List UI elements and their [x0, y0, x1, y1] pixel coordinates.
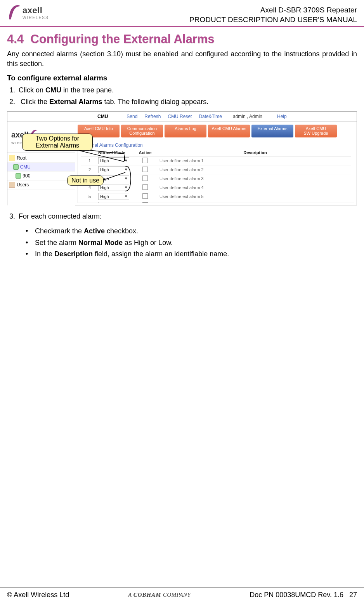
tree-900[interactable]: 900 [7, 172, 75, 181]
doc-title-line2: PRODUCT DESCRIPTION AND USER'S MANUAL [189, 15, 357, 25]
alarm-index: 6 [81, 203, 98, 203]
page-header: axell WIRELESS Axell D-SBR 3709S Repeate… [0, 0, 364, 27]
step-3: For each connected alarm: [17, 211, 357, 222]
ui-topbar: CMU Send Refresh CMU Reset Date&Time adm… [7, 112, 357, 122]
alarm-active-cell [133, 167, 157, 173]
panel-title: External Alarms Configuration [81, 142, 351, 148]
mode-select[interactable]: High▾ [98, 184, 129, 191]
step-list-cont: For each connected alarm: [7, 211, 357, 222]
topbar-send[interactable]: Send [127, 114, 137, 119]
topbar-help[interactable]: Help [277, 114, 287, 119]
doc-title-block: Axell D-SBR 3709S Repeater PRODUCT DESCR… [189, 5, 357, 24]
alarm-row: 3High▾User define ext alarm 3 [81, 174, 351, 183]
tree-root[interactable]: Root [7, 154, 75, 163]
embedded-ui-screenshot: CMU Send Refresh CMU Reset Date&Time adm… [7, 111, 357, 205]
alarm-description: User define ext alarm 1 [157, 158, 351, 163]
chevron-down-icon: ▾ [125, 176, 127, 181]
mode-select[interactable]: High▾ [98, 157, 129, 164]
intro-paragraph: Any connected alarms (section 3.10) must… [7, 49, 357, 68]
active-checkbox[interactable] [142, 184, 148, 190]
bullet-normal-mode: Set the alarm Normal Mode as High or Low… [31, 237, 357, 249]
alarm-mode-cell: High▾ [98, 193, 133, 200]
topbar-reset[interactable]: CMU Reset [168, 114, 192, 119]
alarm-description: User define ext alarm 6 [157, 203, 351, 203]
active-checkbox[interactable] [142, 175, 148, 181]
topbar-admin: admin , Admin [233, 114, 262, 119]
col-description: Description [157, 150, 351, 155]
logo: axell WIRELESS [7, 4, 49, 21]
topbar-datetime[interactable]: Date&Time [199, 114, 222, 119]
active-checkbox[interactable] [142, 167, 148, 172]
bullet-description: In the Description field, assign the ala… [31, 248, 357, 260]
bullet-active: Checkmark the Active checkbox. [31, 226, 357, 237]
tree-cmu[interactable]: CMU [7, 163, 75, 172]
alarm-row: 4High▾User define ext alarm 4 [81, 183, 351, 192]
tree-users[interactable]: Users [7, 181, 75, 189]
callout-two-options: Two Options for External Alarms [22, 134, 93, 151]
alarm-table-header: Normal Mode Active Description [81, 150, 351, 156]
page-number: 27 [349, 591, 357, 599]
bullet-list: Checkmark the Active checkbox. Set the a… [21, 226, 357, 260]
node-icon [16, 173, 21, 179]
callout-not-in-use: Not in use [67, 175, 104, 186]
alarm-index: 4 [81, 185, 98, 190]
footer-doc-info: Doc PN 00038UMCD Rev. 1.6 27 [250, 591, 357, 599]
chevron-down-icon: ▾ [125, 167, 127, 172]
footer-copyright: © Axell Wireless Ltd [7, 591, 69, 599]
ui-main: Axell-CMU Info CommunicationConfiguratio… [75, 122, 357, 205]
active-checkbox[interactable] [142, 158, 148, 163]
tab-sw-upgrade[interactable]: Axell-CMUSW Upgrade [295, 125, 337, 137]
footer-company: A COBHAM COMPANY [128, 592, 191, 598]
alarm-active-cell [133, 202, 157, 203]
alarm-mode-cell: High▾ [98, 157, 133, 164]
active-checkbox[interactable] [142, 202, 148, 203]
topbar-refresh[interactable]: Refresh [144, 114, 161, 119]
tab-external-alarms[interactable]: External Alarms [251, 125, 293, 137]
mode-select[interactable]: High▾ [98, 166, 129, 173]
chevron-down-icon: ▾ [125, 185, 127, 190]
cmu-term: CMU [45, 86, 61, 94]
alarm-row: 5High▾User define ext alarm 5 [81, 192, 351, 201]
alarm-active-cell [133, 175, 157, 182]
section-number: 4.4 [7, 32, 24, 46]
alarm-row: 1High▾User define ext alarm 1 [81, 156, 351, 165]
mode-select[interactable]: High▾ [98, 202, 129, 203]
active-checkbox[interactable] [142, 193, 148, 199]
alarm-rows: 1High▾User define ext alarm 12High▾User … [81, 156, 351, 203]
topbar-cmu: CMU [97, 114, 108, 119]
tab-comm-config[interactable]: CommunicationConfiguration [121, 125, 163, 137]
chevron-down-icon: ▾ [125, 158, 127, 163]
chevron-down-icon: ▾ [125, 194, 127, 199]
mode-select[interactable]: High▾ [98, 193, 129, 200]
section-title: 4.4 Configuring the External Alarms [7, 32, 357, 46]
page-content: 4.4 Configuring the External Alarms Any … [0, 27, 364, 262]
alarm-mode-cell: High▾ [98, 184, 133, 191]
tab-cmu-alarms[interactable]: Axell-CMU Alarms [208, 125, 250, 137]
doc-title-line1: Axell D-SBR 3709S Repeater [189, 5, 357, 15]
col-normal-mode: Normal Mode [98, 150, 133, 155]
external-alarms-panel: External Alarms Configuration Normal Mod… [78, 140, 354, 203]
tab-row: Axell-CMU Info CommunicationConfiguratio… [75, 122, 357, 137]
logo-swirl-icon [7, 4, 22, 21]
step-list: Click on CMU in the tree pane. Click the… [7, 85, 357, 108]
alarm-index: 1 [81, 158, 98, 163]
step-2: Click the External Alarms tab. The follo… [17, 96, 357, 108]
alarm-active-cell [133, 184, 157, 191]
alarm-description: User define ext alarm 3 [157, 176, 351, 181]
alarm-mode-cell: High▾ [98, 202, 133, 203]
alarm-mode-cell: High▾ [98, 166, 133, 173]
alarm-row: 6High▾User define ext alarm 6 [81, 201, 351, 203]
alarm-index: 5 [81, 194, 98, 199]
alarm-active-cell [133, 158, 157, 164]
user-icon [9, 182, 15, 188]
alarm-description: User define ext alarm 4 [157, 185, 351, 190]
section-heading: Configuring the External Alarms [30, 32, 214, 46]
alarm-description: User define ext alarm 5 [157, 194, 351, 199]
home-icon [9, 155, 15, 161]
ui-tree: Root CMU 900 Users [7, 153, 75, 205]
tab-alarms-log[interactable]: Alarms Log [165, 125, 206, 137]
instructions-heading: To configure external alarms [7, 74, 357, 82]
logo-subbrand: WIRELESS [23, 16, 49, 20]
alarm-description: User define ext alarm 2 [157, 167, 351, 172]
step-1: Click on CMU in the tree pane. [17, 85, 357, 96]
